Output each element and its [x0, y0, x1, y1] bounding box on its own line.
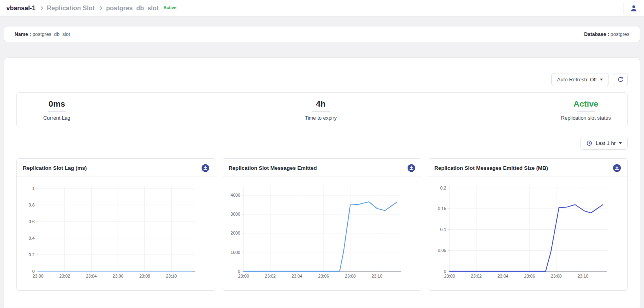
caret-down-icon — [600, 79, 603, 81]
time-range-label: Last 1 hr — [595, 140, 616, 146]
stat-current-lag: 0ms Current Lag — [33, 99, 80, 121]
svg-text:0.6: 0.6 — [29, 219, 35, 224]
svg-text:23:06: 23:06 — [112, 274, 124, 278]
toolbar: Auto Refresh: Off — [16, 58, 628, 86]
svg-text:23:04: 23:04 — [86, 274, 97, 278]
stat-value: 0ms — [33, 99, 80, 109]
stat-value: 4h — [297, 99, 344, 109]
refresh-button[interactable] — [613, 73, 628, 86]
svg-text:23:08: 23:08 — [139, 274, 150, 278]
chart-header: Replication Slot Lag (ms) — [17, 159, 216, 177]
svg-text:1000: 1000 — [231, 250, 241, 255]
chevron-right-icon — [39, 6, 43, 10]
refresh-icon — [617, 76, 624, 83]
auto-refresh-label: Auto Refresh: Off — [557, 77, 597, 83]
download-button[interactable] — [613, 164, 621, 172]
chart-card-replication-slot-lag: Replication Slot Lag (ms) 23:0023:0223:0… — [16, 158, 216, 291]
chart-header: Replication Slot Messages Emitted — [222, 159, 421, 177]
svg-text:0: 0 — [32, 269, 35, 274]
download-button[interactable] — [201, 164, 210, 172]
svg-text:23:02: 23:02 — [59, 274, 70, 278]
page: vbansal-1 Replication Slot postgres_db_s… — [0, 0, 644, 308]
line-chart-messages-emitted-size: 23:0023:0223:0423:0623:0823:1000.050.10.… — [428, 177, 627, 284]
svg-text:3000: 3000 — [231, 212, 241, 216]
breadcrumb-slot-name[interactable]: postgres_db_slot — [106, 5, 159, 12]
svg-text:23:04: 23:04 — [497, 274, 508, 278]
stat-label: Current Lag — [33, 115, 80, 121]
svg-text:23:10: 23:10 — [372, 274, 383, 278]
chart-card-messages-emitted: Replication Slot Messages Emitted 23:002… — [222, 158, 422, 291]
svg-text:2000: 2000 — [231, 231, 241, 235]
stat-label: Replication slot status — [561, 115, 611, 121]
svg-text:23:00: 23:00 — [32, 274, 43, 278]
svg-text:0.15: 0.15 — [438, 206, 446, 211]
slot-name-label: Name : — [15, 32, 31, 37]
chart-card-messages-emitted-size: Replication Slot Messages Emitted Size (… — [428, 158, 628, 291]
stat-divider — [312, 111, 330, 112]
stat-time-to-expiry: 4h Time to expiry — [297, 99, 344, 121]
database-label: Database : — [584, 32, 609, 37]
download-icon — [201, 167, 210, 173]
svg-text:0.4: 0.4 — [29, 236, 35, 240]
svg-text:23:02: 23:02 — [471, 274, 482, 278]
stat-slot-status: Active Replication slot status — [561, 99, 611, 121]
caret-down-icon — [619, 142, 622, 144]
slot-name-field: Name : postgres_db_slot — [15, 32, 70, 37]
svg-text:0.2: 0.2 — [440, 186, 446, 190]
svg-text:23:04: 23:04 — [292, 274, 303, 278]
chart-header: Replication Slot Messages Emitted Size (… — [428, 159, 627, 177]
svg-text:23:06: 23:06 — [318, 274, 329, 278]
chevron-right-icon — [98, 6, 102, 10]
top-bar: vbansal-1 Replication Slot postgres_db_s… — [0, 0, 644, 17]
chart-title: Replication Slot Messages Emitted — [228, 165, 317, 171]
svg-text:1: 1 — [32, 186, 35, 191]
svg-text:23:00: 23:00 — [444, 274, 455, 278]
svg-text:0.2: 0.2 — [29, 252, 35, 257]
stat-divider — [48, 111, 66, 112]
charts-row: Replication Slot Lag (ms) 23:0023:0223:0… — [16, 158, 628, 291]
time-range-dropdown[interactable]: Last 1 hr — [580, 137, 628, 150]
slot-info-bar: Name : postgres_db_slot Database : postg… — [4, 26, 640, 42]
line-chart-svg: 23:0023:0223:0423:0623:0823:1000.050.10.… — [431, 180, 625, 284]
top-bar-divider — [623, 3, 623, 14]
svg-text:0.05: 0.05 — [438, 248, 446, 253]
svg-text:23:02: 23:02 — [265, 274, 276, 278]
top-bar-right — [623, 0, 638, 16]
slot-name-value: postgres_db_slot — [32, 32, 70, 37]
svg-text:0.1: 0.1 — [440, 227, 446, 232]
clock-icon — [586, 140, 592, 146]
user-icon[interactable] — [630, 4, 638, 12]
time-range-row: Last 1 hr — [16, 137, 628, 150]
line-chart-lag: 23:0023:0223:0423:0623:0823:1000.20.40.6… — [17, 177, 216, 284]
summary-stats-card: 0ms Current Lag 4h Time to expiry Active… — [16, 92, 628, 127]
svg-text:0: 0 — [444, 269, 446, 274]
stat-divider — [577, 111, 595, 112]
auto-refresh-dropdown[interactable]: Auto Refresh: Off — [551, 73, 609, 86]
chart-title: Replication Slot Lag (ms) — [23, 165, 87, 171]
database-value: postgres — [610, 32, 629, 37]
svg-text:23:08: 23:08 — [551, 274, 562, 278]
status-badge: Active — [163, 5, 176, 10]
svg-text:4000: 4000 — [231, 193, 241, 197]
metrics-panel: Auto Refresh: Off 0ms Current Lag 4h — [4, 57, 640, 308]
svg-text:23:10: 23:10 — [577, 274, 588, 278]
line-chart-svg: 23:0023:0223:0423:0623:0823:1000.20.40.6… — [19, 180, 213, 284]
svg-text:23:08: 23:08 — [345, 274, 356, 278]
svg-text:23:00: 23:00 — [238, 274, 249, 278]
download-icon — [613, 167, 621, 173]
line-chart-messages-emitted: 23:0023:0223:0423:0623:0823:100100020003… — [222, 177, 421, 284]
svg-text:23:10: 23:10 — [166, 274, 177, 278]
svg-text:23:06: 23:06 — [524, 274, 535, 278]
breadcrumb-cluster-name[interactable]: vbansal-1 — [6, 5, 36, 12]
database-field: Database : postgres — [584, 32, 629, 37]
stat-label: Time to expiry — [297, 115, 344, 121]
svg-text:0.8: 0.8 — [29, 203, 35, 207]
chart-title: Replication Slot Messages Emitted Size (… — [434, 165, 548, 171]
breadcrumb: vbansal-1 Replication Slot postgres_db_s… — [6, 5, 176, 12]
download-icon — [407, 167, 416, 173]
download-button[interactable] — [407, 164, 416, 172]
breadcrumb-section[interactable]: Replication Slot — [47, 5, 95, 12]
stat-value: Active — [561, 99, 611, 109]
svg-text:0: 0 — [238, 269, 240, 274]
line-chart-svg: 23:0023:0223:0423:0623:0823:100100020003… — [225, 180, 419, 284]
